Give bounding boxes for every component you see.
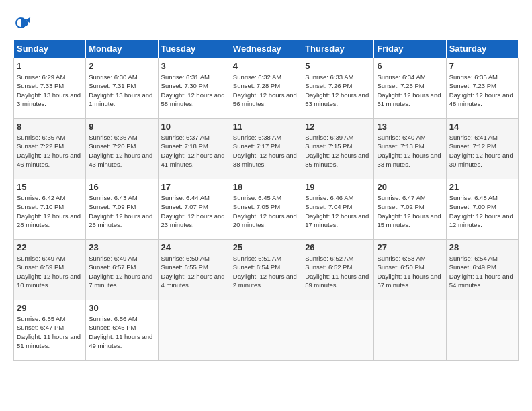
- calendar-day-cell: [374, 300, 446, 361]
- day-info: Sunrise: 6:51 AM Sunset: 6:54 PM Dayligh…: [233, 254, 299, 289]
- weekday-header: Wednesday: [230, 40, 302, 58]
- calendar-day-cell: 14 Sunrise: 6:41 AM Sunset: 7:12 PM Dayl…: [446, 119, 518, 179]
- day-number: 4: [233, 61, 299, 71]
- day-info: Sunrise: 6:38 AM Sunset: 7:17 PM Dayligh…: [233, 133, 299, 169]
- day-info: Sunrise: 6:55 AM Sunset: 6:47 PM Dayligh…: [17, 314, 83, 350]
- weekday-header: Tuesday: [158, 40, 230, 58]
- day-info: Sunrise: 6:32 AM Sunset: 7:28 PM Dayligh…: [233, 73, 299, 108]
- calendar-day-cell: 3 Sunrise: 6:31 AM Sunset: 7:30 PM Dayli…: [158, 58, 230, 119]
- day-number: 10: [161, 122, 227, 132]
- day-number: 21: [449, 182, 515, 192]
- day-number: 3: [161, 61, 227, 71]
- calendar-day-cell: 24 Sunrise: 6:50 AM Sunset: 6:55 PM Dayl…: [158, 240, 230, 300]
- day-number: 2: [89, 61, 154, 71]
- calendar-day-cell: [302, 300, 374, 361]
- day-number: 13: [377, 122, 443, 132]
- day-info: Sunrise: 6:46 AM Sunset: 7:04 PM Dayligh…: [305, 193, 371, 229]
- day-number: 12: [305, 122, 371, 132]
- day-info: Sunrise: 6:36 AM Sunset: 7:20 PM Dayligh…: [89, 133, 154, 169]
- day-info: Sunrise: 6:29 AM Sunset: 7:33 PM Dayligh…: [17, 73, 83, 108]
- day-info: Sunrise: 6:56 AM Sunset: 6:45 PM Dayligh…: [89, 314, 154, 350]
- calendar-day-cell: 10 Sunrise: 6:37 AM Sunset: 7:18 PM Dayl…: [158, 119, 230, 179]
- weekday-header: Monday: [86, 40, 158, 58]
- calendar-day-cell: 29 Sunrise: 6:55 AM Sunset: 6:47 PM Dayl…: [14, 300, 86, 361]
- calendar-day-cell: 13 Sunrise: 6:40 AM Sunset: 7:13 PM Dayl…: [374, 119, 446, 179]
- weekday-header: Friday: [374, 40, 446, 58]
- day-info: Sunrise: 6:30 AM Sunset: 7:31 PM Dayligh…: [89, 73, 154, 108]
- day-number: 15: [17, 182, 83, 192]
- day-info: Sunrise: 6:54 AM Sunset: 6:49 PM Dayligh…: [449, 254, 515, 289]
- calendar-day-cell: 9 Sunrise: 6:36 AM Sunset: 7:20 PM Dayli…: [86, 119, 158, 179]
- calendar-day-cell: 11 Sunrise: 6:38 AM Sunset: 7:17 PM Dayl…: [230, 119, 302, 179]
- day-info: Sunrise: 6:49 AM Sunset: 6:59 PM Dayligh…: [17, 254, 83, 289]
- weekday-header: Saturday: [446, 40, 518, 58]
- day-info: Sunrise: 6:52 AM Sunset: 6:52 PM Dayligh…: [305, 254, 371, 289]
- day-number: 20: [377, 182, 443, 192]
- calendar-day-cell: 1 Sunrise: 6:29 AM Sunset: 7:33 PM Dayli…: [14, 58, 86, 119]
- day-info: Sunrise: 6:53 AM Sunset: 6:50 PM Dayligh…: [377, 254, 443, 289]
- day-info: Sunrise: 6:35 AM Sunset: 7:23 PM Dayligh…: [449, 73, 515, 108]
- calendar-day-cell: 30 Sunrise: 6:56 AM Sunset: 6:45 PM Dayl…: [86, 300, 158, 361]
- day-number: 1: [17, 61, 83, 71]
- day-info: Sunrise: 6:50 AM Sunset: 6:55 PM Dayligh…: [161, 254, 227, 289]
- day-number: 9: [89, 122, 154, 132]
- calendar-week-row: 15 Sunrise: 6:42 AM Sunset: 7:10 PM Dayl…: [14, 179, 519, 240]
- calendar-day-cell: 5 Sunrise: 6:33 AM Sunset: 7:26 PM Dayli…: [302, 58, 374, 119]
- calendar-header-row: SundayMondayTuesdayWednesdayThursdayFrid…: [14, 40, 519, 58]
- day-info: Sunrise: 6:37 AM Sunset: 7:18 PM Dayligh…: [161, 133, 227, 169]
- day-info: Sunrise: 6:41 AM Sunset: 7:12 PM Dayligh…: [449, 133, 515, 169]
- calendar-day-cell: [158, 300, 230, 361]
- calendar-day-cell: 4 Sunrise: 6:32 AM Sunset: 7:28 PM Dayli…: [230, 58, 302, 119]
- calendar-day-cell: [446, 300, 518, 361]
- day-number: 17: [161, 182, 227, 192]
- day-number: 25: [233, 242, 299, 253]
- calendar-day-cell: 12 Sunrise: 6:39 AM Sunset: 7:15 PM Dayl…: [302, 119, 374, 179]
- calendar-week-row: 22 Sunrise: 6:49 AM Sunset: 6:59 PM Dayl…: [14, 240, 519, 300]
- day-info: Sunrise: 6:48 AM Sunset: 7:00 PM Dayligh…: [449, 193, 515, 229]
- calendar-day-cell: 26 Sunrise: 6:52 AM Sunset: 6:52 PM Dayl…: [302, 240, 374, 300]
- day-info: Sunrise: 6:39 AM Sunset: 7:15 PM Dayligh…: [305, 133, 371, 169]
- day-number: 8: [17, 122, 83, 132]
- calendar-week-row: 1 Sunrise: 6:29 AM Sunset: 7:33 PM Dayli…: [14, 58, 519, 119]
- calendar-day-cell: 19 Sunrise: 6:46 AM Sunset: 7:04 PM Dayl…: [302, 179, 374, 240]
- day-info: Sunrise: 6:33 AM Sunset: 7:26 PM Dayligh…: [305, 73, 371, 108]
- calendar-day-cell: 23 Sunrise: 6:49 AM Sunset: 6:57 PM Dayl…: [86, 240, 158, 300]
- calendar-table: SundayMondayTuesdayWednesdayThursdayFrid…: [13, 39, 519, 361]
- day-number: 16: [89, 182, 154, 192]
- day-info: Sunrise: 6:44 AM Sunset: 7:07 PM Dayligh…: [161, 193, 227, 229]
- weekday-header: Sunday: [14, 40, 86, 58]
- page-header: [13, 13, 519, 32]
- day-number: 23: [89, 242, 154, 253]
- day-number: 6: [377, 61, 443, 71]
- calendar-week-row: 8 Sunrise: 6:35 AM Sunset: 7:22 PM Dayli…: [14, 119, 519, 179]
- calendar-day-cell: 18 Sunrise: 6:45 AM Sunset: 7:05 PM Dayl…: [230, 179, 302, 240]
- calendar-day-cell: 27 Sunrise: 6:53 AM Sunset: 6:50 PM Dayl…: [374, 240, 446, 300]
- day-info: Sunrise: 6:35 AM Sunset: 7:22 PM Dayligh…: [17, 133, 83, 169]
- day-number: 28: [449, 242, 515, 253]
- calendar-day-cell: 2 Sunrise: 6:30 AM Sunset: 7:31 PM Dayli…: [86, 58, 158, 119]
- day-number: 30: [89, 303, 154, 313]
- day-info: Sunrise: 6:42 AM Sunset: 7:10 PM Dayligh…: [17, 193, 83, 229]
- weekday-header: Thursday: [302, 40, 374, 58]
- calendar-day-cell: [230, 300, 302, 361]
- calendar-day-cell: 7 Sunrise: 6:35 AM Sunset: 7:23 PM Dayli…: [446, 58, 518, 119]
- calendar-day-cell: 28 Sunrise: 6:54 AM Sunset: 6:49 PM Dayl…: [446, 240, 518, 300]
- day-info: Sunrise: 6:34 AM Sunset: 7:25 PM Dayligh…: [377, 73, 443, 108]
- day-info: Sunrise: 6:45 AM Sunset: 7:05 PM Dayligh…: [233, 193, 299, 229]
- calendar-day-cell: 21 Sunrise: 6:48 AM Sunset: 7:00 PM Dayl…: [446, 179, 518, 240]
- day-number: 22: [17, 242, 83, 253]
- day-number: 5: [305, 61, 371, 71]
- calendar-day-cell: 20 Sunrise: 6:47 AM Sunset: 7:02 PM Dayl…: [374, 179, 446, 240]
- calendar-week-row: 29 Sunrise: 6:55 AM Sunset: 6:47 PM Dayl…: [14, 300, 519, 361]
- calendar-day-cell: 22 Sunrise: 6:49 AM Sunset: 6:59 PM Dayl…: [14, 240, 86, 300]
- calendar-day-cell: 17 Sunrise: 6:44 AM Sunset: 7:07 PM Dayl…: [158, 179, 230, 240]
- day-number: 14: [449, 122, 515, 132]
- day-number: 11: [233, 122, 299, 132]
- day-number: 19: [305, 182, 371, 192]
- logo-icon: [13, 13, 32, 32]
- logo: [13, 13, 35, 32]
- day-number: 7: [449, 61, 515, 71]
- day-info: Sunrise: 6:43 AM Sunset: 7:09 PM Dayligh…: [89, 193, 154, 229]
- calendar-body: 1 Sunrise: 6:29 AM Sunset: 7:33 PM Dayli…: [14, 58, 519, 361]
- day-number: 29: [17, 303, 83, 313]
